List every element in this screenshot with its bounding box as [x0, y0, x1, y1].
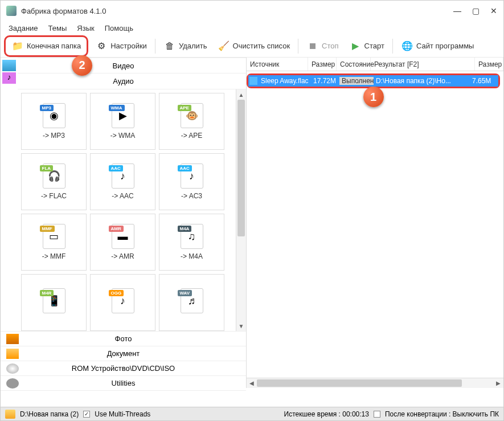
format-tag: AAC — [178, 165, 192, 171]
format-area: ♪ Видео Аудио MP3◉-> MP3WMA▶-> WMAAPE🐵->… — [1, 58, 246, 331]
left-pane: ♪ Видео Аудио MP3◉-> MP3WMA▶-> WMAAPE🐵->… — [1, 58, 247, 388]
format-tag: MP3 — [40, 105, 54, 111]
format-item-m4a[interactable]: M4A♫-> M4A — [159, 214, 224, 271]
col-state[interactable]: Состояние — [337, 58, 371, 71]
start-button[interactable]: ▶ Старт — [346, 38, 388, 54]
maximize-button[interactable]: ▢ — [472, 7, 480, 15]
menubar: Задание Темы Язык Помощь — [1, 21, 503, 35]
minimize-button[interactable]: — — [453, 7, 461, 15]
menu-themes[interactable]: Темы — [48, 24, 67, 32]
cell-size: 17.72M — [311, 77, 339, 85]
format-label: -> APE — [181, 132, 203, 140]
elapsed-time: Истекшее время : 00:00:13 — [284, 410, 369, 418]
menu-help[interactable]: Помощь — [105, 24, 133, 32]
video-category-icon[interactable] — [2, 60, 16, 71]
clear-list-button[interactable]: 🧹 Очистить список — [214, 38, 294, 54]
format-item-mp3[interactable]: MP3◉-> MP3 — [21, 93, 87, 150]
format-item-amr[interactable]: AMR▬-> AMR — [90, 214, 155, 271]
format-glyph-icon: ♫ — [188, 231, 196, 243]
clear-list-label: Очистить список — [233, 42, 290, 50]
format-glyph-icon: ♪ — [120, 295, 125, 307]
scroll-up-icon[interactable]: ▲ — [236, 89, 246, 100]
format-glyph-icon: 🐵 — [186, 109, 198, 122]
scroll-right-icon[interactable]: ▶ — [493, 378, 503, 388]
photo-icon — [6, 334, 19, 344]
category-audio[interactable]: Аудио — [18, 73, 246, 89]
settings-button[interactable]: ⚙ Настройки — [92, 38, 150, 54]
site-label: Сайт программы — [416, 42, 474, 50]
output-folder-button[interactable]: 📁 Конечная папка — [8, 38, 84, 54]
scroll-left-icon[interactable]: ◀ — [247, 378, 257, 388]
toolbar-separator — [392, 39, 393, 54]
format-label: -> MP3 — [43, 132, 65, 140]
cell-size2: 7.65M — [470, 77, 498, 85]
titlebar: Фабрика форматов 4.1.0 — ▢ ✕ — [1, 1, 503, 21]
list-empty-area — [247, 88, 503, 378]
format-tag: AMR — [109, 226, 124, 232]
format-file-icon: WAV♬ — [181, 288, 203, 313]
bottom-categories: Фото Документ ROM Устройство\DVD\CD\ISO … — [1, 331, 246, 391]
format-item-aac[interactable]: AAC♪-> AAC — [90, 153, 155, 210]
start-label: Старт — [364, 42, 384, 50]
menu-language[interactable]: Язык — [77, 24, 94, 32]
category-utilities[interactable]: Utilities — [1, 376, 246, 391]
format-label: -> M4A — [181, 252, 203, 260]
format-file-icon: M4R📱 — [43, 288, 65, 313]
col-source[interactable]: Источник — [247, 58, 308, 71]
format-item-m4r[interactable]: M4R📱 — [21, 274, 87, 331]
format-item-aac[interactable]: AAC♪-> AC3 — [159, 153, 224, 210]
format-glyph-icon: ♪ — [189, 170, 194, 182]
format-file-icon: FLA🎧 — [43, 164, 65, 189]
category-audio-label: Аудио — [23, 77, 246, 85]
stop-button[interactable]: ⏹ Стоп — [303, 38, 342, 54]
play-icon: ▶ — [349, 40, 362, 52]
format-file-icon: AMR▬ — [112, 224, 134, 249]
col-size[interactable]: Размер — [308, 58, 337, 71]
format-tag: APE — [178, 105, 191, 111]
close-button[interactable]: ✕ — [490, 7, 498, 15]
col-result[interactable]: Результат [F2] — [371, 58, 475, 71]
col-size2[interactable]: Размер — [475, 58, 503, 71]
audio-file-icon — [249, 77, 257, 85]
format-label: -> AMR — [111, 252, 134, 260]
format-item-ape[interactable]: APE🐵-> APE — [159, 93, 224, 150]
format-tag: M4R — [40, 290, 54, 296]
category-rom[interactable]: ROM Устройство\DVD\CD\ISO — [1, 361, 246, 376]
delete-button[interactable]: 🗑 Удалить — [160, 38, 211, 54]
category-photo-label: Фото — [23, 334, 246, 343]
folder-icon[interactable] — [5, 410, 15, 419]
format-glyph-icon: ▶ — [119, 109, 127, 122]
menu-task[interactable]: Задание — [9, 24, 38, 32]
cell-source: Sleep Away.flac — [259, 77, 311, 85]
h-scroll-thumb[interactable] — [257, 379, 462, 387]
site-button[interactable]: 🌐 Сайт программы — [398, 38, 478, 54]
format-item-wma[interactable]: WMA▶-> WMA — [90, 93, 155, 150]
main-area: ♪ Видео Аудио MP3◉-> MP3WMA▶-> WMAAPE🐵->… — [1, 58, 503, 388]
format-tag: FLA — [40, 165, 54, 171]
horizontal-scrollbar[interactable]: ◀ ▶ — [247, 378, 503, 388]
format-item-mmf[interactable]: MMF▭-> MMF — [21, 214, 87, 271]
window-title: Фабрика форматов 4.1.0 — [21, 7, 453, 15]
format-scrollbar[interactable]: ▲ ▼ — [236, 89, 246, 331]
category-document[interactable]: Документ — [1, 346, 246, 361]
format-grid: MP3◉-> MP3WMA▶-> WMAAPE🐵-> APEFLA🎧-> FLA… — [18, 89, 236, 331]
format-glyph-icon: ♬ — [188, 295, 196, 307]
format-item-wav[interactable]: WAV♬ — [159, 274, 224, 331]
category-video[interactable]: Видео — [18, 58, 246, 73]
category-video-label: Видео — [23, 62, 246, 70]
toolbar-separator — [155, 39, 155, 54]
after-conversion-checkbox[interactable] — [374, 411, 380, 418]
multi-threads-checkbox[interactable] — [83, 411, 90, 418]
list-row[interactable]: Sleep Away.flac 17.72M Выполнено D:\Нова… — [248, 75, 498, 87]
format-file-icon: WMA▶ — [112, 103, 134, 128]
category-photo[interactable]: Фото — [1, 332, 246, 346]
scroll-thumb[interactable] — [237, 100, 245, 236]
scroll-down-icon[interactable]: ▼ — [236, 321, 246, 331]
toolbar: 📁 Конечная папка 2 ⚙ Настройки 🗑 Удалить… — [1, 35, 503, 58]
format-item-ogg[interactable]: OGG♪ — [90, 274, 155, 331]
audio-category-icon[interactable]: ♪ — [2, 72, 16, 84]
callout-badge-1: 1 — [363, 87, 384, 107]
category-document-label: Документ — [23, 349, 246, 358]
disc-icon — [6, 363, 19, 374]
format-item-fla[interactable]: FLA🎧-> FLAC — [21, 153, 87, 210]
